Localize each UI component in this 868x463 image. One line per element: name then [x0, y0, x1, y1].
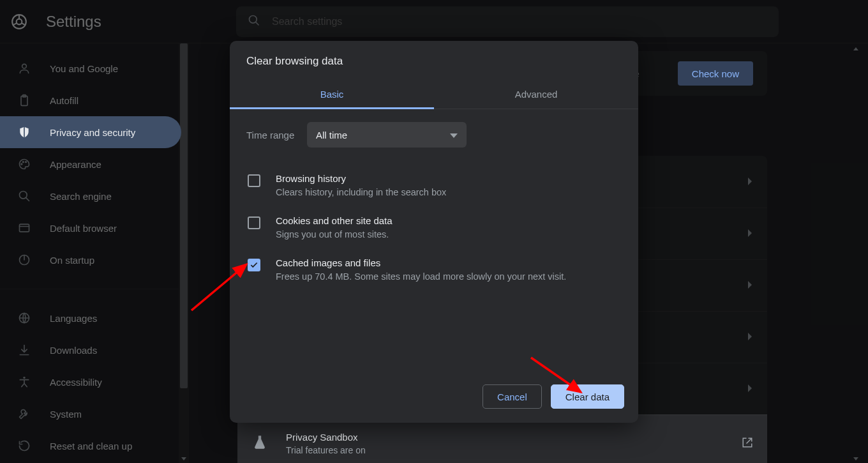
- browser-icon: [17, 220, 32, 236]
- time-range-select[interactable]: All time: [307, 122, 467, 148]
- svg-point-1: [17, 19, 22, 24]
- sidebar-item-label: System: [50, 409, 82, 420]
- sidebar-item-privacy-and-security[interactable]: Privacy and security: [0, 116, 181, 148]
- caret-down-icon: [450, 130, 458, 140]
- sidebar-item-label: Autofill: [50, 95, 79, 106]
- check-now-button[interactable]: Check now: [678, 61, 753, 86]
- sidebar-item-system[interactable]: System: [0, 398, 181, 430]
- chrome-icon: [10, 13, 28, 31]
- clear-data-button[interactable]: Clear data: [551, 384, 624, 409]
- sidebar-item-label: Reset and clean up: [50, 441, 132, 452]
- sidebar-divider: [0, 289, 189, 289]
- svg-point-8: [26, 162, 27, 163]
- clipboard-icon: [17, 93, 32, 108]
- option-title: Browsing history: [276, 173, 446, 184]
- option-title: Cached images and files: [276, 257, 566, 268]
- dialog-title: Clear browsing data: [230, 41, 638, 79]
- sandbox-title: Privacy Sandbox: [286, 432, 366, 443]
- palette-icon: [17, 156, 32, 172]
- clear-option-2: Cached images and filesFrees up 70.4 MB.…: [246, 251, 622, 293]
- clear-option-1: Cookies and other site dataSigns you out…: [246, 209, 622, 251]
- svg-point-6: [21, 163, 22, 165]
- sidebar-item-reset-and-clean-up[interactable]: Reset and clean up: [0, 430, 181, 462]
- sidebar-item-appearance[interactable]: Appearance: [0, 148, 181, 180]
- option-desc: Signs you out of most sites.: [276, 229, 393, 239]
- open-external-icon: [742, 437, 753, 451]
- sidebar-item-label: Privacy and security: [50, 127, 135, 138]
- accessibility-icon: [17, 374, 32, 390]
- globe-icon: [17, 310, 32, 326]
- cancel-button[interactable]: Cancel: [483, 384, 542, 409]
- checkbox[interactable]: [248, 216, 260, 229]
- clear-browsing-data-dialog: Clear browsing data Basic Advanced Time …: [230, 41, 638, 423]
- shield-icon: [17, 125, 32, 140]
- sidebar-scrollbar[interactable]: [179, 43, 189, 463]
- svg-rect-10: [20, 224, 29, 232]
- tab-basic[interactable]: Basic: [230, 79, 434, 109]
- svg-point-7: [23, 162, 24, 163]
- search-input[interactable]: [272, 16, 767, 27]
- time-range-value: All time: [316, 130, 347, 140]
- sidebar-item-search-engine[interactable]: Search engine: [0, 180, 181, 212]
- sidebar-item-on-startup[interactable]: On startup: [0, 244, 181, 276]
- sidebar-item-label: Search engine: [50, 191, 112, 202]
- search-settings[interactable]: [236, 6, 779, 37]
- svg-point-3: [22, 64, 27, 68]
- flask-icon: [251, 434, 274, 453]
- sidebar-item-label: You and Google: [50, 63, 118, 74]
- svg-point-13: [23, 377, 25, 379]
- dialog-tabs: Basic Advanced: [230, 79, 638, 109]
- sidebar-item-languages[interactable]: Languages: [0, 302, 181, 334]
- sidebar-item-you-and-google[interactable]: You and Google: [0, 52, 181, 84]
- sidebar-item-accessibility[interactable]: Accessibility: [0, 366, 181, 398]
- time-range-label: Time range: [246, 130, 307, 140]
- sidebar-item-label: Downloads: [50, 345, 97, 356]
- page-title: Settings: [46, 13, 101, 31]
- restore-icon: [17, 438, 32, 453]
- download-icon: [17, 342, 32, 358]
- scrollbar-thumb[interactable]: [180, 43, 188, 388]
- search-icon: [17, 188, 32, 204]
- wrench-icon: [17, 406, 32, 421]
- svg-point-2: [250, 16, 257, 24]
- sidebar-item-label: On startup: [50, 255, 94, 266]
- checkbox[interactable]: [248, 174, 260, 187]
- sidebar-item-label: Accessibility: [50, 377, 102, 388]
- option-desc: Clears history, including in the search …: [276, 187, 446, 197]
- sidebar-item-label: Languages: [50, 313, 97, 324]
- chevron-right-icon: [747, 228, 753, 239]
- chevron-right-icon: [747, 280, 753, 291]
- power-icon: [17, 252, 32, 268]
- chevron-right-icon: [747, 383, 753, 395]
- clear-option-0: Browsing historyClears history, includin…: [246, 167, 622, 209]
- sidebar: You and GoogleAutofillPrivacy and securi…: [0, 43, 189, 463]
- sidebar-item-label: Default browser: [50, 223, 117, 234]
- option-title: Cookies and other site data: [276, 215, 393, 226]
- main-scrollbar[interactable]: [851, 45, 860, 463]
- chevron-right-icon: [747, 176, 753, 188]
- search-icon: [248, 14, 260, 29]
- person-icon: [17, 61, 32, 76]
- tab-advanced[interactable]: Advanced: [434, 79, 638, 109]
- option-desc: Frees up 70.4 MB. Some sites may load mo…: [276, 271, 566, 282]
- sidebar-item-default-browser[interactable]: Default browser: [0, 212, 181, 244]
- sandbox-subtitle: Trial features are on: [286, 445, 366, 455]
- sidebar-item-label: Appearance: [50, 159, 101, 170]
- sidebar-item-downloads[interactable]: Downloads: [0, 334, 181, 366]
- chevron-right-icon: [747, 331, 753, 343]
- sidebar-item-autofill[interactable]: Autofill: [0, 84, 181, 116]
- checkbox[interactable]: [248, 259, 260, 271]
